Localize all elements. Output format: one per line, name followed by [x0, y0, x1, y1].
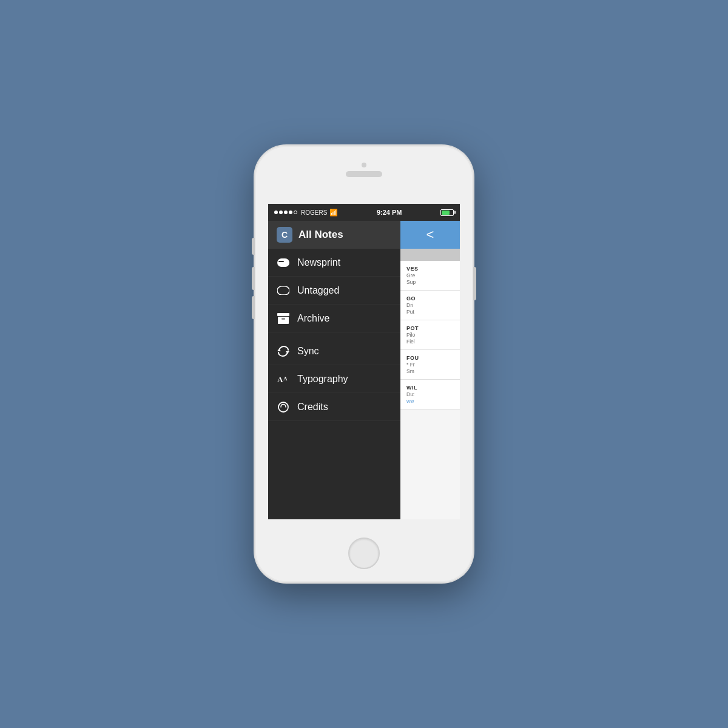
menu-item-sync[interactable]: Sync	[268, 337, 400, 365]
volume-up-button	[252, 267, 255, 290]
svg-rect-0	[277, 258, 289, 267]
note-card-wil[interactable]: WIL Du: ww	[400, 380, 460, 410]
svg-marker-7	[286, 351, 289, 354]
wifi-icon: 📶	[329, 209, 338, 217]
menu-item-untagged[interactable]: Untagged	[268, 277, 400, 305]
signal-dot-3	[284, 211, 288, 214]
status-bar: ROGERS 📶 9:24 PM	[268, 204, 460, 221]
note-card-go[interactable]: GO Dri Put	[400, 291, 460, 320]
note-title-ves: VES	[406, 266, 454, 272]
note-line-ves-2: Sup	[406, 279, 454, 285]
right-panel-header: <	[400, 221, 460, 249]
signal-dots	[274, 211, 297, 214]
carrier-label: ROGERS	[301, 209, 327, 216]
menu-header: C All Notes	[268, 221, 400, 249]
note-line-pot-1: Pilo	[406, 332, 454, 338]
untagged-label: Untagged	[297, 285, 339, 296]
silent-button	[252, 238, 255, 255]
note-card-pot[interactable]: POT Pilo Fiel	[400, 320, 460, 350]
menu-item-credits[interactable]: Credits	[268, 393, 400, 421]
svg-rect-5	[281, 318, 285, 320]
signal-dot-4	[289, 211, 292, 214]
note-title-wil: WIL	[406, 385, 454, 391]
sync-icon	[277, 345, 290, 358]
back-button[interactable]: <	[426, 227, 434, 243]
app-logo: C	[277, 227, 292, 243]
note-line-fou-1: * Fr	[406, 362, 454, 368]
phone-mockup: ROGERS 📶 9:24 PM C	[255, 146, 473, 582]
svg-rect-4	[278, 317, 289, 324]
untagged-icon	[277, 284, 290, 297]
newsprint-label: Newsprint	[297, 257, 340, 268]
signal-dot-2	[279, 211, 283, 214]
battery-fill	[442, 211, 450, 215]
svg-text:A: A	[277, 375, 283, 384]
note-card-ves[interactable]: VES Gre Sup	[400, 261, 460, 291]
svg-marker-6	[277, 349, 281, 351]
note-link-wil: ww	[406, 398, 454, 404]
svg-point-10	[278, 402, 288, 412]
note-line-wil-1: Du:	[406, 391, 454, 397]
note-card-fou[interactable]: FOU * Fr Sm	[400, 350, 460, 380]
credits-label: Credits	[297, 402, 328, 413]
svg-text:A: A	[283, 376, 288, 382]
signal-dot-5	[294, 211, 297, 214]
svg-rect-3	[277, 313, 289, 316]
right-panel: < VES Gre Sup GO Dri	[400, 221, 460, 519]
phone-screen: ROGERS 📶 9:24 PM C	[268, 204, 460, 519]
credits-icon	[277, 400, 290, 414]
notes-list: VES Gre Sup GO Dri Put POT Pilo Fiel	[400, 261, 460, 410]
svg-rect-1	[278, 261, 284, 262]
note-title-fou: FOU	[406, 355, 454, 361]
note-line-fou-2: Sm	[406, 368, 454, 374]
menu-item-typography[interactable]: A A Typography	[268, 365, 400, 393]
menu-item-newsprint[interactable]: Newsprint	[268, 249, 400, 277]
earpiece	[346, 171, 382, 177]
power-button	[473, 267, 476, 300]
menu-item-archive[interactable]: Archive	[268, 305, 400, 332]
status-time: 9:24 PM	[377, 209, 402, 216]
typography-label: Typography	[297, 374, 348, 385]
note-line-pot-2: Fiel	[406, 339, 454, 345]
phone-shell: ROGERS 📶 9:24 PM C	[255, 146, 473, 582]
archive-label: Archive	[297, 313, 329, 324]
menu-panel: C All Notes Newsprint	[268, 221, 400, 519]
typography-icon: A A	[277, 372, 290, 386]
signal-dot-1	[274, 211, 278, 214]
note-title-pot: POT	[406, 325, 454, 331]
camera-dot	[362, 163, 366, 167]
status-right	[440, 209, 454, 216]
newsprint-icon	[277, 256, 290, 269]
archive-icon	[277, 312, 290, 325]
note-line-go-2: Put	[406, 309, 454, 315]
volume-down-button	[252, 296, 255, 319]
note-title-go: GO	[406, 295, 454, 302]
note-line-ves-1: Gre	[406, 272, 454, 278]
status-left: ROGERS 📶	[274, 209, 338, 217]
home-button[interactable]	[348, 538, 380, 569]
screen-content: C All Notes Newsprint	[268, 221, 460, 519]
menu-header-title: All Notes	[298, 229, 343, 241]
phone-top-area	[346, 163, 382, 177]
scroll-indicator	[400, 249, 460, 261]
battery-icon	[440, 209, 454, 216]
sync-label: Sync	[297, 346, 319, 357]
note-line-go-1: Dri	[406, 302, 454, 308]
app-logo-letter: C	[281, 230, 288, 240]
svg-rect-2	[277, 286, 289, 295]
